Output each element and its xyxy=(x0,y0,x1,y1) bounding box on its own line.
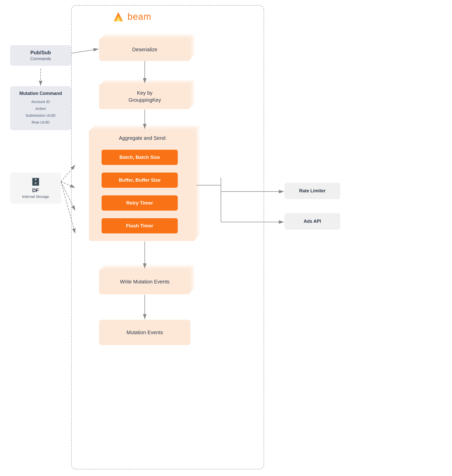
flush-timer-btn: Flush Timer xyxy=(102,218,178,233)
beam-logo: beam xyxy=(112,10,151,23)
beam-logo-text: beam xyxy=(127,11,151,22)
df-title: DF xyxy=(15,188,56,193)
pubsub-title: Pub/Sub xyxy=(15,50,66,56)
aggregate-title: Aggregate and Send xyxy=(119,134,166,142)
rate-limiter-box: Rate Limiter xyxy=(284,183,340,199)
df-icon: 🗄️ xyxy=(15,178,56,186)
pubsub-box: Pub/Sub Commands xyxy=(10,45,71,66)
retry-timer-btn: Retry Timer xyxy=(102,195,178,211)
mutation-events-text: Mutation Events xyxy=(126,329,163,336)
key-by-box: Key byGrouppingKey xyxy=(99,84,190,109)
df-subtitle: Internal Storage xyxy=(15,194,56,199)
diagram-container: beam Pub/Sub Commands Mutation Command A… xyxy=(0,0,452,476)
batch-btn: Batch, Batch Size xyxy=(102,150,178,165)
deserialize-box: Deserialize xyxy=(99,38,190,61)
key-by-text: Key byGrouppingKey xyxy=(128,89,161,104)
rate-limiter-text: Rate Limiter xyxy=(299,188,326,193)
mutation-cmd-item-2: Action xyxy=(15,105,66,112)
ads-api-text: Ads API xyxy=(304,219,321,224)
write-mutation-text: Write Mutation Events xyxy=(120,278,169,285)
df-box: 🗄️ DF Internal Storage xyxy=(10,173,61,204)
mutation-command-items: Account ID Action Submission UUID Row UU… xyxy=(15,98,66,126)
mutation-cmd-item-3: Submission UUID xyxy=(15,112,66,119)
mutation-events-box: Mutation Events xyxy=(99,320,190,345)
mutation-command-title: Mutation Command xyxy=(15,91,66,96)
write-mutation-box: Write Mutation Events xyxy=(99,269,190,294)
deserialize-text: Deserialize xyxy=(132,46,157,53)
mutation-cmd-item-1: Account ID xyxy=(15,98,66,105)
pubsub-subtitle: Commands xyxy=(15,57,66,61)
ads-api-box: Ads API xyxy=(284,213,340,230)
mutation-command-box: Mutation Command Account ID Action Submi… xyxy=(10,86,71,130)
mutation-cmd-item-4: Row UUID xyxy=(15,119,66,126)
buffer-btn: Buffer, Buffer Size xyxy=(102,173,178,188)
beam-logo-svg xyxy=(112,10,125,23)
aggregate-box: Aggregate and Send Batch, Batch Size Buf… xyxy=(89,129,196,241)
